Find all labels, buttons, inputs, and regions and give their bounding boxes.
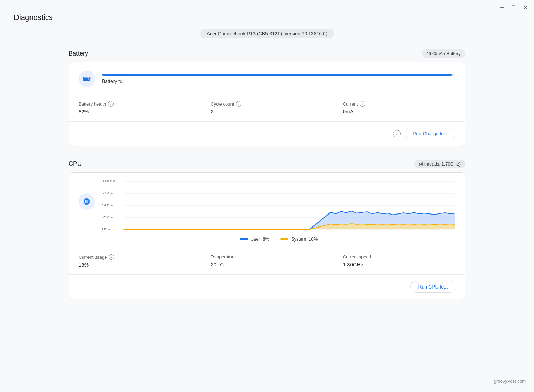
battery-health-info-icon[interactable]: i — [108, 101, 114, 107]
battery-status: Battery full — [102, 78, 455, 84]
cpu-speed-cell: Current speed 1.30GHz — [333, 247, 465, 274]
battery-current-info-icon[interactable]: i — [360, 101, 365, 107]
device-model: Acer Chromebook R13 (CB5-312T) — [207, 31, 282, 36]
cpu-usage-cell: Current usage i 18% — [69, 247, 201, 274]
cpu-card: 100% 75% 50% 25% 0% — [69, 172, 465, 299]
cycle-count-label: Cycle count i — [211, 101, 323, 107]
app-title: Diagnostics — [0, 10, 534, 29]
watermark: groovyPost.com — [494, 379, 526, 384]
legend-user-value: 8% — [263, 236, 269, 242]
legend-user: User 8% — [240, 236, 269, 242]
cpu-usage-label: Current usage i — [79, 254, 191, 260]
legend-user-line — [240, 238, 248, 240]
cycle-count-value: 2 — [211, 109, 323, 114]
svg-text:75%: 75% — [102, 191, 114, 195]
svg-rect-4 — [86, 200, 88, 203]
cpu-temp-label: Temperature — [211, 254, 323, 259]
cpu-badge: (4 threads, 1.70GHz) — [414, 160, 465, 168]
battery-badge: 4670mAh Battery — [422, 49, 465, 58]
minimize-button[interactable]: ─ — [499, 4, 505, 10]
run-charge-info-icon[interactable]: i — [393, 130, 401, 137]
svg-rect-1 — [90, 78, 91, 79]
cpu-chart-area: 100% 75% 50% 25% 0% — [69, 173, 465, 247]
run-charge-test-button[interactable]: Run Charge test — [405, 128, 455, 139]
battery-current-value: 0mA — [343, 109, 455, 114]
battery-card: Battery full Battery health i 82% Cycle … — [69, 62, 465, 146]
window-controls: ─ □ ✕ — [0, 0, 534, 10]
svg-text:25%: 25% — [102, 215, 114, 219]
battery-health-label: Battery health i — [79, 101, 191, 107]
battery-icon-circle — [79, 71, 95, 87]
svg-rect-2 — [84, 78, 89, 80]
svg-text:50%: 50% — [102, 203, 114, 207]
cpu-temp-cell: Temperature 20° C — [201, 247, 333, 274]
legend-system-line — [280, 238, 288, 240]
legend-system: System 10% — [280, 236, 318, 242]
battery-icon — [83, 75, 91, 83]
cpu-chart-svg: 100% 75% 50% 25% 0% — [102, 180, 455, 231]
legend-system-value: 10% — [309, 236, 318, 242]
cpu-section-header: CPU (4 threads, 1.70GHz) — [69, 160, 465, 168]
cycle-count-cell: Cycle count i 2 — [201, 94, 333, 121]
battery-card-footer: i Run Charge test — [69, 122, 465, 146]
cpu-icon — [82, 197, 91, 206]
battery-progress-track — [102, 74, 455, 76]
battery-section-header: Battery 4670mAh Battery — [69, 49, 465, 58]
battery-progress-fill — [102, 74, 452, 76]
cpu-speed-label: Current speed — [343, 254, 455, 259]
cpu-card-footer: Run CPU test — [69, 275, 465, 299]
close-button[interactable]: ✕ — [522, 4, 529, 10]
battery-progress-area: Battery full — [102, 74, 455, 84]
cpu-usage-info-icon[interactable]: i — [109, 254, 114, 260]
cpu-usage-value: 18% — [79, 262, 191, 268]
battery-title: Battery — [69, 50, 88, 57]
svg-text:100%: 100% — [102, 180, 117, 183]
run-cpu-test-button[interactable]: Run CPU test — [410, 281, 455, 293]
maximize-button[interactable]: □ — [511, 4, 517, 10]
battery-current-label: Current i — [343, 101, 455, 107]
battery-top: Battery full — [69, 62, 465, 94]
cpu-icon-circle — [79, 193, 95, 210]
device-badge: Acer Chromebook R13 (CB5-312T) (version … — [0, 29, 534, 38]
battery-stats-row: Battery health i 82% Cycle count i 2 Cur… — [69, 94, 465, 122]
cpu-title: CPU — [69, 160, 82, 168]
legend-system-label: System — [291, 236, 306, 242]
cycle-count-info-icon[interactable]: i — [236, 101, 241, 107]
svg-text:0%: 0% — [102, 227, 110, 231]
battery-health-value: 82% — [79, 109, 191, 114]
battery-health-cell: Battery health i 82% — [69, 94, 201, 121]
legend-user-label: User — [251, 236, 260, 242]
device-version: (version 90.13816.0) — [283, 31, 327, 36]
cpu-speed-value: 1.30GHz — [343, 261, 455, 267]
cpu-chart-container: 100% 75% 50% 25% 0% — [102, 180, 455, 242]
chart-legend: User 8% System 10% — [102, 232, 455, 242]
cpu-temp-value: 20° C — [211, 261, 323, 267]
battery-current-cell: Current i 0mA — [333, 94, 465, 121]
cpu-stats-row: Current usage i 18% Temperature 20° C Cu… — [69, 247, 465, 275]
